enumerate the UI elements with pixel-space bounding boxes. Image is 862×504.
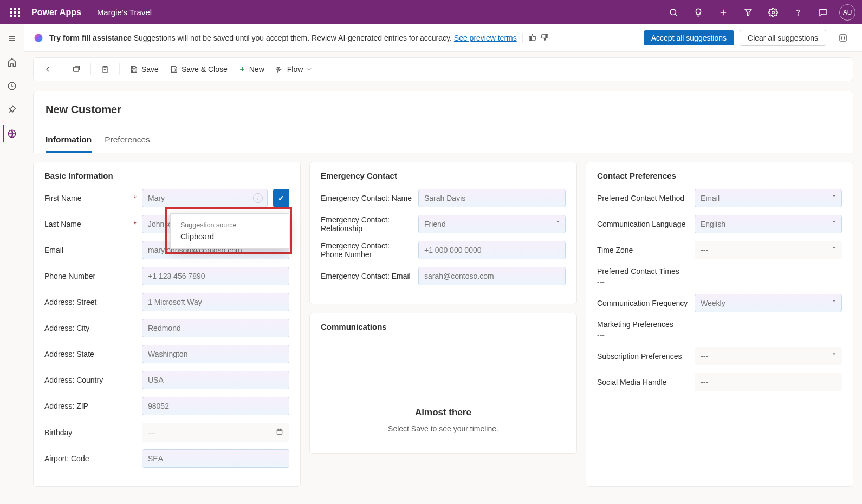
select-pref-subs[interactable]: --- ˅: [695, 347, 842, 365]
select-ec-relationship[interactable]: Friend ˅: [418, 215, 566, 233]
nav-pinned[interactable]: [3, 101, 21, 119]
infobar-body: Suggestions will not be saved until you …: [134, 34, 454, 42]
select-pref-tz[interactable]: --- ˅: [695, 241, 842, 259]
tab-preferences[interactable]: Preferences: [105, 135, 150, 153]
nav-collapse-button[interactable]: [3, 30, 21, 47]
label-ec-email: Emergency Contact: Email: [321, 272, 413, 280]
thumbs-down-button[interactable]: [540, 33, 549, 43]
copilot-pane-toggle[interactable]: [832, 33, 853, 43]
form-cards: Basic Information First Name* Mary i ✓ L…: [33, 162, 853, 495]
filter-button[interactable]: [740, 8, 757, 17]
app-launcher-button[interactable]: [7, 8, 24, 17]
save-icon: [129, 65, 138, 74]
arrow-left-icon: [43, 65, 52, 74]
svg-rect-15: [277, 429, 282, 434]
row-country: Address: Country USA: [44, 371, 289, 389]
environment-label[interactable]: Margie's Travel: [97, 8, 152, 17]
row-pref-language: Communication Language English ˅: [597, 215, 842, 233]
input-airport[interactable]: SEA: [142, 449, 289, 468]
new-button[interactable]: ＋ New: [234, 62, 269, 76]
input-phone[interactable]: +1 123 456 7890: [142, 267, 289, 285]
tab-information[interactable]: Information: [46, 135, 92, 153]
select-pref-method[interactable]: Email ˅: [695, 189, 842, 207]
infobar-text: Try form fill assistance Suggestions wil…: [49, 34, 517, 42]
assist-button[interactable]: [814, 8, 832, 17]
row-pref-method: Preferred Contact Method Email ˅: [597, 189, 842, 207]
label-pref-social: Social Media Handle: [597, 378, 689, 387]
form-fill-infobar: Try form fill assistance Suggestions wil…: [24, 24, 862, 52]
label-pref-marketing: Marketing Preferences: [597, 320, 673, 329]
svg-point-11: [35, 34, 43, 42]
question-icon: [793, 8, 803, 17]
middle-column: Emergency Contact Emergency Contact: Nam…: [309, 162, 577, 487]
hamburger-icon: [7, 34, 17, 43]
gear-icon: [768, 8, 778, 17]
input-country[interactable]: USA: [142, 371, 289, 389]
card-contact-preferences: Contact Preferences Preferred Contact Me…: [586, 162, 853, 487]
add-button[interactable]: [715, 8, 732, 17]
input-ec-phone[interactable]: +1 000 000 0000: [418, 241, 566, 259]
page-header: New Customer Information Preferences: [33, 91, 853, 153]
thumbs-up-button[interactable]: [528, 33, 537, 43]
form-tabs: Information Preferences: [46, 135, 841, 153]
label-pref-tz: Time Zone: [597, 246, 689, 254]
label-pref-language: Communication Language: [597, 220, 689, 228]
save-close-button[interactable]: Save & Close: [165, 63, 232, 76]
select-pref-freq[interactable]: Weekly ˅: [695, 294, 842, 312]
row-phone: Phone Number +1 123 456 7890: [44, 267, 289, 285]
nav-customers[interactable]: [3, 125, 20, 142]
copilot-icon: [33, 32, 44, 43]
lightbulb-icon: [694, 8, 703, 17]
svg-rect-12: [840, 35, 846, 41]
input-state[interactable]: Washington: [142, 345, 289, 363]
chevron-down-icon: ˅: [832, 246, 836, 254]
input-ec-email[interactable]: sarah@contoso.com: [418, 267, 566, 285]
row-pref-social: Social Media Handle ---: [597, 373, 842, 391]
settings-button[interactable]: [764, 8, 782, 17]
search-button[interactable]: [665, 8, 682, 17]
row-ec-name: Emergency Contact: Name Sarah Davis: [321, 189, 566, 207]
nav-home[interactable]: [3, 54, 21, 71]
new-label: New: [249, 65, 264, 74]
open-new-window-button[interactable]: [68, 63, 85, 76]
value-pref-times[interactable]: ---: [597, 278, 605, 286]
flow-button[interactable]: Flow: [271, 63, 317, 76]
pin-icon: [7, 105, 17, 115]
row-zip: Address: ZIP 98052: [44, 397, 289, 415]
form-assist-button[interactable]: [96, 63, 114, 76]
card-title: Basic Information: [44, 171, 289, 180]
input-pref-social[interactable]: ---: [695, 373, 842, 391]
back-button[interactable]: [39, 63, 56, 76]
clear-all-button[interactable]: Clear all suggestions: [740, 30, 826, 46]
input-city[interactable]: Redmond: [142, 319, 289, 337]
nav-recent[interactable]: [3, 77, 21, 95]
input-zip[interactable]: 98052: [142, 397, 289, 415]
input-birthday[interactable]: ---: [142, 423, 289, 442]
select-pref-language[interactable]: English ˅: [695, 215, 842, 233]
input-first-name[interactable]: Mary i: [142, 189, 268, 207]
label-airport: Airport: Code: [44, 454, 137, 463]
preview-terms-link[interactable]: See preview terms: [454, 34, 517, 42]
help-button[interactable]: [789, 8, 807, 17]
user-avatar[interactable]: AU: [839, 4, 855, 21]
save-button[interactable]: Save: [125, 63, 163, 76]
accept-all-button[interactable]: Accept all suggestions: [644, 30, 734, 45]
page-title: New Customer: [46, 103, 841, 116]
ideas-button[interactable]: [690, 8, 707, 17]
label-street: Address: Street: [44, 298, 137, 306]
row-ec-relationship: Emergency Contact: Relationship Friend ˅: [321, 215, 566, 233]
input-ec-name[interactable]: Sarah Davis: [418, 189, 566, 207]
info-icon[interactable]: i: [253, 193, 263, 203]
label-ec-phone: Emergency Contact: Phone Number: [321, 241, 413, 259]
row-pref-tz: Time Zone --- ˅: [597, 241, 842, 259]
accept-suggestion-button[interactable]: ✓: [273, 189, 289, 207]
funnel-icon: [743, 8, 753, 17]
row-ec-email: Emergency Contact: Email sarah@contoso.c…: [321, 267, 566, 285]
thumbs-up-icon: [528, 33, 537, 42]
input-street[interactable]: 1 Microsoft Way: [142, 293, 289, 311]
value-pref-marketing[interactable]: ---: [597, 331, 605, 339]
card-title: Contact Preferences: [597, 171, 842, 180]
svg-point-4: [772, 11, 775, 14]
flow-label: Flow: [287, 65, 303, 74]
svg-line-1: [675, 14, 677, 16]
